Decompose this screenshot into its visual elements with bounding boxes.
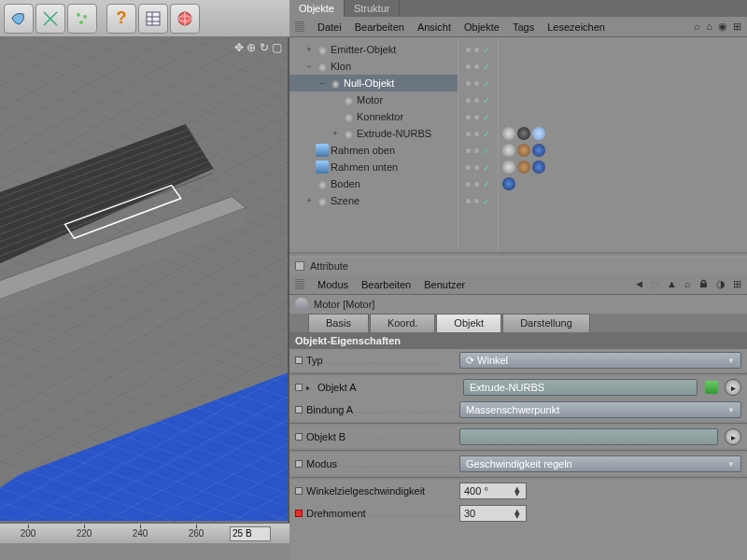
visibility-toggle[interactable]: ✓ <box>458 142 498 159</box>
tags-column[interactable] <box>499 37 747 252</box>
tag-row[interactable] <box>500 41 745 58</box>
pick-object-button[interactable]: ▸ <box>725 428 741 445</box>
visibility-toggle[interactable]: ✓ <box>458 75 498 91</box>
3d-viewport[interactable]: ✥ ⊕ ↻ ▢ <box>0 37 289 523</box>
tag-row[interactable] <box>500 125 745 142</box>
tag-row[interactable] <box>500 192 745 209</box>
tree-item-extrude-nurbs[interactable]: +◉Extrude-NURBS <box>289 125 458 142</box>
winkel-input[interactable]: 400 °▴▾ <box>459 483 527 499</box>
bindung-a-dropdown[interactable]: Massenschwerpunkt▼ <box>459 401 741 418</box>
visibility-column[interactable]: ✓✓✓✓✓✓✓✓✓✓ <box>458 37 499 252</box>
modus-dropdown[interactable]: Geschwindigkeit regeln▼ <box>459 455 741 472</box>
menu-modus[interactable]: Modus <box>317 279 348 290</box>
viewport-nav-icons[interactable]: ✥ ⊕ ↻ ▢ <box>234 41 282 54</box>
menu-ansicht[interactable]: Ansicht <box>417 21 451 33</box>
material-tag-icon[interactable] <box>532 161 545 174</box>
drehmoment-input[interactable]: 30▴▾ <box>459 505 527 522</box>
tree-item-klon[interactable]: −◉Klon <box>289 58 458 75</box>
visibility-toggle[interactable]: ✓ <box>458 91 498 108</box>
visibility-toggle[interactable]: ✓ <box>458 41 498 58</box>
add-icon[interactable]: ⊞ <box>733 278 741 290</box>
menu-datei[interactable]: Datei <box>317 21 342 33</box>
material-tag-icon[interactable] <box>517 144 530 157</box>
visibility-toggle[interactable]: ✓ <box>458 159 498 175</box>
anim-toggle[interactable] <box>295 433 303 441</box>
object-tree[interactable]: +◉Emitter-Objekt−◉Klon−◉Null-Objekt◉Moto… <box>289 37 458 252</box>
menu-lesezeichen[interactable]: Lesezeichen <box>547 21 605 33</box>
attribute-toggle-icon[interactable] <box>295 261 304 271</box>
anim-toggle[interactable] <box>295 460 303 468</box>
poly-icon[interactable] <box>4 4 34 34</box>
fwd-icon[interactable]: ▷ <box>652 278 659 290</box>
tree-item-konnektor[interactable]: ◉Konnektor <box>289 108 458 125</box>
material-tag-icon[interactable] <box>502 127 515 140</box>
tree-item-rahmen-unten[interactable]: Rahmen unten <box>289 159 458 175</box>
tag-row[interactable] <box>500 159 745 175</box>
up-icon[interactable]: ▲ <box>667 278 677 290</box>
tab-struktur[interactable]: Struktur <box>345 0 401 17</box>
anim-toggle[interactable] <box>295 487 303 495</box>
subtab-objekt[interactable]: Objekt <box>436 314 501 332</box>
tag-row[interactable] <box>500 91 745 108</box>
anim-toggle[interactable] <box>295 357 303 364</box>
dot-icon[interactable]: ◑ <box>716 278 726 290</box>
visibility-toggle[interactable]: ✓ <box>458 175 498 192</box>
typ-dropdown[interactable]: ⟳ Winkel▼ <box>459 352 741 369</box>
visibility-toggle[interactable]: ✓ <box>458 58 498 75</box>
frame-field[interactable] <box>230 526 271 541</box>
particles-icon[interactable] <box>67 4 97 34</box>
back-icon[interactable]: ◄ <box>634 278 644 290</box>
menu-objekte[interactable]: Objekte <box>464 21 500 33</box>
material-tag-icon[interactable] <box>517 161 530 174</box>
menu-benutzer[interactable]: Benutzer <box>424 279 465 290</box>
material-tag-icon[interactable] <box>502 144 515 157</box>
help-icon[interactable]: ? <box>106 4 136 34</box>
home-icon[interactable]: ⌂ <box>706 21 712 33</box>
material-tag-icon[interactable] <box>502 177 515 190</box>
add-icon[interactable]: ⊞ <box>733 21 741 33</box>
visibility-toggle[interactable]: ✓ <box>458 192 498 209</box>
tag-row[interactable] <box>500 175 745 192</box>
subtab-darstellung[interactable]: Darstellung <box>502 314 590 332</box>
globe-icon[interactable] <box>170 4 200 34</box>
anim-toggle[interactable] <box>295 406 303 413</box>
tree-item-szene[interactable]: +◉Szene <box>289 192 458 209</box>
material-tag-icon[interactable] <box>517 127 530 140</box>
tag-row[interactable] <box>500 142 745 159</box>
subtab-basis[interactable]: Basis <box>308 314 369 332</box>
material-tag-icon[interactable] <box>532 127 545 140</box>
objekt-b-field[interactable] <box>459 428 718 445</box>
pick-object-button[interactable]: ▸ <box>725 379 741 396</box>
tree-item-motor[interactable]: ◉Motor <box>289 91 458 108</box>
subtab-koord[interactable]: Koord. <box>370 314 435 332</box>
eye-icon[interactable]: ◉ <box>718 21 727 33</box>
tree-item-boden[interactable]: ◉Boden <box>289 175 458 192</box>
prop-label: Objekt A <box>317 382 459 393</box>
search-icon[interactable]: ⌕ <box>684 278 691 290</box>
extrude-link-icon[interactable] <box>705 381 718 394</box>
tag-row[interactable] <box>500 58 745 75</box>
table-icon[interactable] <box>138 4 168 34</box>
anim-toggle-active[interactable] <box>295 510 303 517</box>
tree-item-emitter-objekt[interactable]: +◉Emitter-Objekt <box>289 41 458 58</box>
anim-toggle[interactable] <box>295 384 303 391</box>
menu-bearbeiten[interactable]: Bearbeiten <box>355 21 404 33</box>
material-tag-icon[interactable] <box>532 144 545 157</box>
tag-row[interactable] <box>500 108 745 125</box>
objekt-a-field[interactable]: Extrude-NURBS <box>463 379 698 396</box>
grip-icon <box>295 21 304 33</box>
tab-objekte[interactable]: Objekte <box>289 0 345 17</box>
lock-icon[interactable]: 🔒︎ <box>698 278 709 290</box>
menu-bearbeiten2[interactable]: Bearbeiten <box>361 279 411 290</box>
visibility-toggle[interactable]: ✓ <box>458 108 498 125</box>
material-tag-icon[interactable] <box>502 161 515 174</box>
expand-arrow-icon[interactable]: ▸ <box>306 384 314 392</box>
tag-row[interactable] <box>500 75 745 91</box>
visibility-toggle[interactable]: ✓ <box>458 125 498 142</box>
search-icon[interactable]: ⌕ <box>694 21 700 33</box>
timeline-ruler[interactable]: 200 220 240 260 <box>0 523 289 543</box>
menu-tags[interactable]: Tags <box>513 21 534 33</box>
expand-icon[interactable] <box>35 4 65 34</box>
tree-item-rahmen-oben[interactable]: Rahmen oben <box>289 142 458 159</box>
tree-item-null-objekt[interactable]: −◉Null-Objekt <box>289 75 458 91</box>
